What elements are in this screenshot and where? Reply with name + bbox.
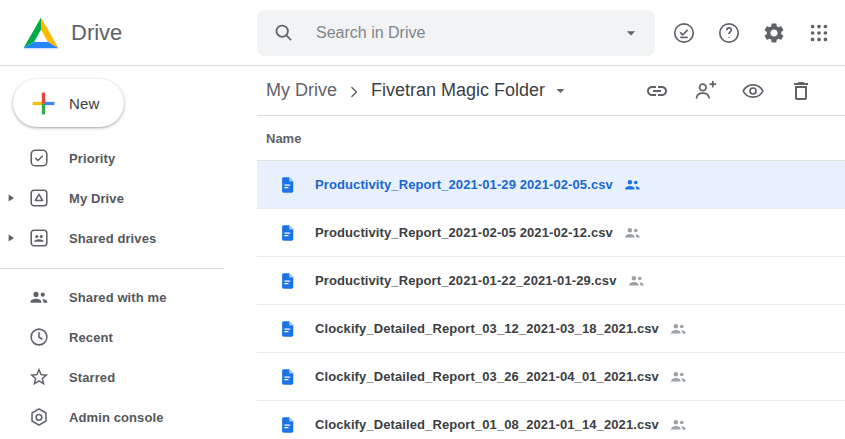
folder-menu-caret-icon[interactable] <box>551 81 570 100</box>
shared-people-icon <box>623 175 642 194</box>
drive-triangle-icon <box>23 17 59 49</box>
sidebar-item-my-drive[interactable]: My Drive <box>0 178 257 218</box>
shared-drives-icon <box>28 227 50 249</box>
csv-file-icon <box>279 366 297 388</box>
search-icon[interactable] <box>273 22 294 43</box>
name-column-header[interactable]: Name <box>266 131 301 146</box>
csv-file-icon <box>279 318 297 340</box>
file-row[interactable]: Clockify_Detailed_Report_03_12_2021-03_1… <box>257 305 845 353</box>
recent-clock-icon <box>28 326 50 348</box>
sidebar: New Priority <box>0 66 257 439</box>
file-row[interactable]: Productivity_Report_2021-01-29 2021-02-0… <box>257 161 845 209</box>
file-list: Productivity_Report_2021-01-29 2021-02-0… <box>257 161 845 439</box>
file-row[interactable]: Clockify_Detailed_Report_03_26_2021-04_0… <box>257 353 845 401</box>
file-row[interactable]: Productivity_Report_2021-02-05 2021-02-1… <box>257 209 845 257</box>
file-name: Productivity_Report_2021-02-05 2021-02-1… <box>315 225 613 240</box>
expand-caret-icon[interactable] <box>7 194 15 202</box>
new-plus-icon <box>30 90 57 117</box>
file-name: Productivity_Report_2021-01-22_2021-01-2… <box>315 273 617 288</box>
preview-eye-icon[interactable] <box>733 71 773 111</box>
sidebar-item-admin-console[interactable]: Admin console <box>0 397 257 437</box>
file-name: Productivity_Report_2021-01-29 2021-02-0… <box>315 177 613 192</box>
chevron-right-icon <box>344 82 364 102</box>
share-add-person-icon[interactable] <box>685 71 725 111</box>
breadcrumb-my-drive[interactable]: My Drive <box>266 80 337 101</box>
shared-people-icon <box>669 415 688 434</box>
sidebar-item-priority[interactable]: Priority <box>0 138 257 178</box>
file-action-toolbar <box>637 71 845 111</box>
list-header: Name <box>257 116 845 161</box>
app-title: Drive <box>71 20 122 46</box>
sidebar-item-recent[interactable]: Recent <box>0 317 257 357</box>
new-button[interactable]: New <box>13 79 124 127</box>
file-row[interactable]: Productivity_Report_2021-01-22_2021-01-2… <box>257 257 845 305</box>
shared-people-icon <box>669 319 688 338</box>
file-name: Clockify_Detailed_Report_03_26_2021-04_0… <box>315 369 659 384</box>
file-name: Clockify_Detailed_Report_01_08_2021-01_1… <box>315 417 659 432</box>
delete-trash-icon[interactable] <box>781 71 821 111</box>
main-content: My Drive Fivetran Magic Folder <box>257 66 845 439</box>
shared-people-icon <box>627 271 646 290</box>
topbar-icons <box>664 13 845 53</box>
sidebar-divider <box>0 268 224 269</box>
drive-logo[interactable]: Drive <box>0 17 257 49</box>
csv-file-icon <box>279 270 297 292</box>
search-input[interactable] <box>316 24 621 42</box>
search-bar[interactable] <box>257 10 655 56</box>
breadcrumb-current-folder[interactable]: Fivetran Magic Folder <box>371 80 545 101</box>
admin-console-icon <box>28 406 50 428</box>
top-bar: Drive <box>0 0 845 66</box>
csv-file-icon <box>279 174 297 196</box>
sidebar-item-shared-with-me[interactable]: Shared with me <box>0 277 257 317</box>
sidebar-nav: Priority My Drive <box>0 138 257 437</box>
file-row[interactable]: Clockify_Detailed_Report_01_08_2021-01_1… <box>257 401 845 439</box>
new-button-label: New <box>69 95 100 112</box>
starred-star-icon <box>28 366 50 388</box>
settings-gear-icon[interactable] <box>754 13 794 53</box>
offline-status-icon[interactable] <box>664 13 704 53</box>
file-name: Clockify_Detailed_Report_03_12_2021-03_1… <box>315 321 659 336</box>
search-options-caret-icon[interactable] <box>621 23 641 43</box>
google-drive-app: Drive <box>0 0 845 439</box>
sidebar-item-starred[interactable]: Starred <box>0 357 257 397</box>
get-link-icon[interactable] <box>637 71 677 111</box>
breadcrumb-bar: My Drive Fivetran Magic Folder <box>257 66 845 116</box>
csv-file-icon <box>279 414 297 436</box>
expand-caret-icon[interactable] <box>7 234 15 242</box>
shared-people-icon <box>623 223 642 242</box>
csv-file-icon <box>279 222 297 244</box>
my-drive-icon <box>28 187 50 209</box>
shared-people-icon <box>669 367 688 386</box>
priority-icon <box>28 147 50 169</box>
apps-grid-icon[interactable] <box>799 13 839 53</box>
sidebar-item-shared-drives[interactable]: Shared drives <box>0 218 257 258</box>
shared-with-me-icon <box>28 286 50 308</box>
help-icon[interactable] <box>709 13 749 53</box>
